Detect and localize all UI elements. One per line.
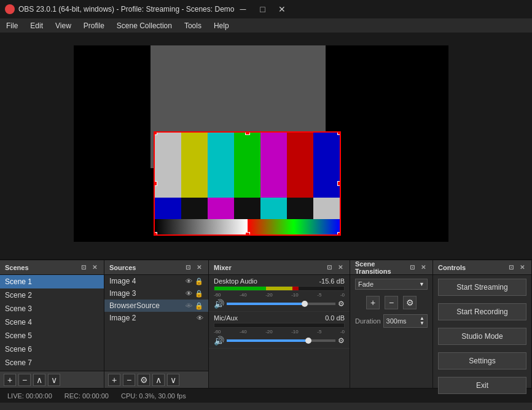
controls-panel-title: Controls <box>438 264 507 271</box>
sources-config-icon[interactable]: ⊡ <box>184 263 192 272</box>
menu-help[interactable]: Help <box>208 18 235 33</box>
transition-type-select[interactable]: Fade ▼ <box>355 279 428 290</box>
volume-slider-fill-mic <box>227 339 308 342</box>
close-button[interactable]: ✕ <box>273 3 291 15</box>
lock-icon-browser[interactable]: 🔒 <box>195 302 203 310</box>
controls-close-icon[interactable]: ✕ <box>518 263 526 272</box>
eye-icon-image3[interactable]: 👁 <box>186 290 192 298</box>
settings-button[interactable]: Settings <box>438 352 526 369</box>
mute-icon-desktop[interactable]: 🔊 <box>214 299 224 309</box>
lock-icon-image4[interactable]: 🔒 <box>195 277 203 285</box>
selection-handle-bm[interactable] <box>245 232 250 236</box>
sources-panel-header: Sources ⊡ ✕ <box>104 260 208 275</box>
selection-handle-ml[interactable] <box>154 181 157 186</box>
source-item-image2[interactable]: Image 2 👁 <box>104 312 208 324</box>
mute-icon-mic[interactable]: 🔊 <box>214 336 224 346</box>
menu-scene-collection[interactable]: Scene Collection <box>111 18 178 33</box>
selection-handle-tr[interactable] <box>337 131 341 135</box>
menu-profile[interactable]: Profile <box>77 18 111 33</box>
scene-item-6[interactable]: Scene 6 <box>0 342 104 356</box>
transition-settings-button[interactable]: ⚙ <box>403 296 417 309</box>
color-bar-red <box>287 133 313 198</box>
controls-config-icon[interactable]: ⊡ <box>507 263 515 272</box>
sources-down-button[interactable]: ∨ <box>167 374 179 386</box>
scenes-down-button[interactable]: ∨ <box>48 374 60 386</box>
selection-handle-tm[interactable] <box>245 131 250 135</box>
menu-tools[interactable]: Tools <box>178 18 208 33</box>
bottom-bar-7 <box>313 198 340 219</box>
scene-item-1[interactable]: Scene 1 <box>0 275 104 288</box>
eye-hidden-icon-browser[interactable]: 👁 <box>186 302 192 310</box>
sources-add-button[interactable]: + <box>108 374 120 386</box>
menu-edit[interactable]: Edit <box>24 18 49 33</box>
transition-remove-button[interactable]: − <box>385 296 398 309</box>
titlebar-controls: ─ □ ✕ <box>234 3 291 15</box>
scenes-up-button[interactable]: ∧ <box>33 374 45 386</box>
scenes-close-icon[interactable]: ✕ <box>90 263 99 272</box>
source-item-icons2: 👁 🔒 <box>186 290 203 298</box>
scenes-panel-header: Scenes ⊡ ✕ <box>0 260 104 275</box>
transitions-close-icon[interactable]: ✕ <box>419 263 428 272</box>
mixer-close-icon[interactable]: ✕ <box>336 263 345 272</box>
scenes-panel-icons: ⊡ ✕ <box>79 263 99 272</box>
bottom-bar-1 <box>155 198 181 219</box>
source-item-image4[interactable]: Image 4 👁 🔒 <box>104 275 208 287</box>
scenes-remove-button[interactable]: − <box>18 374 31 386</box>
menu-view[interactable]: View <box>49 18 77 33</box>
test-pattern-inner <box>155 133 340 234</box>
mixer-mic-labels: -60-40-20-10-5-0 <box>214 329 345 335</box>
sources-remove-button[interactable]: − <box>123 374 135 386</box>
controls-panel-header: Controls ⊡ ✕ <box>433 260 531 275</box>
lock-icon-image3[interactable]: 🔒 <box>195 290 203 298</box>
start-streaming-button[interactable]: Start Streaming <box>438 279 526 296</box>
scene-item-4[interactable]: Scene 4 <box>0 315 104 329</box>
source-label-image2: Image 2 <box>109 314 136 322</box>
titlebar: OBS 23.0.1 (64-bit, windows) - Profile: … <box>0 0 532 18</box>
duration-input[interactable]: 300ms ▲▼ <box>383 314 428 328</box>
start-recording-button[interactable]: Start Recording <box>438 303 526 320</box>
scene-item-7[interactable]: Scene 7 <box>0 356 104 369</box>
sources-close-icon[interactable]: ✕ <box>195 263 203 272</box>
mixer-config-icon[interactable]: ⊡ <box>325 263 334 272</box>
scenes-add-button[interactable]: + <box>4 374 16 386</box>
volume-slider-desktop[interactable] <box>227 303 335 305</box>
settings-icon-desktop[interactable]: ⚙ <box>338 300 345 308</box>
controls-panel: Controls ⊡ ✕ Start Streaming Start Recor… <box>433 260 532 388</box>
scene-item-5[interactable]: Scene 5 <box>0 329 104 342</box>
exit-button[interactable]: Exit <box>438 377 526 394</box>
mixer-mic-meter-bar <box>214 323 344 327</box>
source-item-image3[interactable]: Image 3 👁 🔒 <box>104 287 208 300</box>
scene-list: Scene 1 Scene 2 Scene 3 Scene 4 Scene 5 … <box>0 275 104 371</box>
settings-icon-mic[interactable]: ⚙ <box>338 336 345 345</box>
selection-handle-tl[interactable] <box>154 131 157 135</box>
selection-handle-mr[interactable] <box>337 181 341 186</box>
transition-add-button[interactable]: + <box>366 296 380 309</box>
source-item-browser[interactable]: BrowserSource 👁 🔒 <box>104 300 208 312</box>
eye-icon-image2[interactable]: 👁 <box>197 314 203 322</box>
minimize-button[interactable]: ─ <box>234 3 251 15</box>
eye-icon-image4[interactable]: 👁 <box>186 277 192 285</box>
menu-file[interactable]: File <box>0 18 24 33</box>
selection-handle-br[interactable] <box>337 232 341 236</box>
volume-slider-mic[interactable] <box>227 339 335 342</box>
mixer-desktop-db: -15.6 dB <box>319 277 345 285</box>
sources-settings-button[interactable]: ⚙ <box>138 374 150 386</box>
scene-item-3[interactable]: Scene 3 <box>0 302 104 315</box>
scene-item-2[interactable]: Scene 2 <box>0 288 104 302</box>
gradient-bar <box>155 219 248 234</box>
mixer-panel: Mixer ⊡ ✕ Desktop Audio -15.6 dB -60-40-… <box>209 260 350 388</box>
studio-mode-button[interactable]: Studio Mode <box>438 328 526 345</box>
volume-slider-thumb-desktop[interactable] <box>302 301 308 307</box>
test-pattern[interactable] <box>154 131 341 236</box>
volume-slider-thumb-mic[interactable] <box>305 338 311 344</box>
maximize-button[interactable]: □ <box>254 3 271 15</box>
mixer-panel-icons: ⊡ ✕ <box>325 263 345 272</box>
source-item-icons4: 👁 <box>197 314 203 322</box>
selection-handle-bl[interactable] <box>154 232 157 236</box>
transition-type-value: Fade <box>358 280 374 288</box>
scenes-config-icon[interactable]: ⊡ <box>79 263 88 272</box>
duration-value: 300ms <box>386 317 407 325</box>
transitions-config-icon[interactable]: ⊡ <box>408 263 417 272</box>
transitions-panel-icons: ⊡ ✕ <box>408 263 428 272</box>
sources-up-button[interactable]: ∧ <box>152 374 165 386</box>
